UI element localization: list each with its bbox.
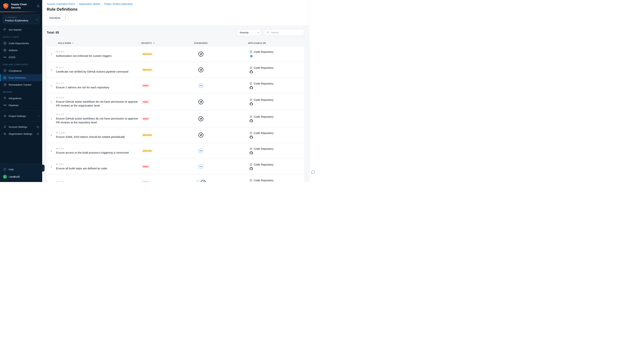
- source-icons: [249, 70, 304, 74]
- chevron-right-icon: ›: [102, 2, 103, 5]
- openssf-icon: [200, 180, 206, 182]
- table-row[interactable]: › Id: 2.1.2 Certificate not verified by …: [47, 62, 304, 78]
- table-row[interactable]: › Id: 2.3.5 Ensure access to the build p…: [47, 143, 304, 158]
- app-logo-icon: [3, 3, 9, 9]
- repository-icon: [249, 50, 252, 53]
- rule-id: Id: 2.3.9: [56, 50, 141, 53]
- repository-icon: [249, 163, 252, 166]
- sidebar-item-get-started[interactable]: Get Started: [0, 26, 42, 33]
- search-input[interactable]: [271, 31, 302, 34]
- openssf-icon: [198, 99, 204, 105]
- severity-filter-dropdown[interactable]: Severity ▾: [237, 29, 261, 36]
- table-row[interactable]: › Id: 1.1.9 HIGH CIS Code Repository: [47, 175, 304, 182]
- expand-chevron-icon[interactable]: ›: [51, 180, 52, 182]
- table-row[interactable]: › Id: 1.2.8 Ensure GitHub action workflo…: [47, 94, 304, 110]
- project-icon: [5, 16, 7, 18]
- plug-icon: [3, 96, 7, 100]
- github-icon: [250, 70, 253, 74]
- pipelines-icon: [3, 104, 7, 107]
- sidebar-item-integrations[interactable]: Integrations: [0, 95, 42, 102]
- sidebar-item-code-repositories[interactable]: Code Repositories: [0, 40, 42, 47]
- nav-label: Get Started: [9, 28, 21, 31]
- expand-chevron-icon[interactable]: ›: [51, 117, 52, 121]
- applicable-on-label: Code Repository: [254, 132, 273, 134]
- openssf-icon: [198, 51, 204, 57]
- rule-name: Certificate not verified by GitHub Actio…: [56, 70, 140, 74]
- sidebar-item-help[interactable]: Help: [0, 166, 42, 173]
- nav-label: Help: [9, 168, 14, 171]
- sidebar-item-project-settings[interactable]: Project Settings ›: [0, 112, 42, 120]
- table-row[interactable]: › Id: 2.3.9 Authorization not enforced f…: [47, 46, 304, 62]
- sort-desc-icon: ▼: [72, 42, 74, 44]
- svg-text:CIS: CIS: [200, 85, 202, 86]
- user-name: Lavakush: [9, 175, 20, 178]
- cis-icon: CIS: [198, 83, 204, 88]
- table-row[interactable]: › Id: 1.3.7 Ensure 2 admins are set for …: [47, 78, 304, 93]
- applicable-on-cell: Code Repository: [227, 147, 304, 154]
- account-icon: [3, 125, 7, 128]
- shield-refresh-icon: [3, 83, 7, 86]
- sidebar-nav: Get Started SUPPLY CHAIN Code Repositori…: [0, 25, 42, 137]
- main: Account: Automation-SSCA › Organization:…: [42, 0, 317, 182]
- nav-label: CI/CD: [9, 56, 16, 59]
- applicable-on-cell: Code Repository: [227, 98, 304, 106]
- table-row[interactable]: › Id: 1.3.10 Ensure SAML SSO tokens shou…: [47, 128, 304, 143]
- sidebar-item-organization-settings[interactable]: Organization Settings: [0, 130, 42, 137]
- repository-icon: [249, 179, 252, 182]
- chat-widget-icon[interactable]: [311, 170, 315, 176]
- sidebar-item-artifacts[interactable]: Artifacts: [0, 47, 42, 54]
- rule-id: Id: 1.3.7: [56, 82, 141, 84]
- column-header-rule-name[interactable]: RULE NAME ▼: [56, 42, 141, 44]
- chevron-right-icon: ›: [77, 2, 77, 5]
- sidebar-collapse-handle[interactable]: ‹: [42, 164, 45, 172]
- sidebar-footer: Help L Lavakush: [0, 164, 42, 182]
- source-icons: [249, 102, 304, 106]
- openssf-icon: [198, 132, 204, 138]
- scrollbar-rail[interactable]: [309, 0, 317, 182]
- avatar: L: [3, 175, 7, 179]
- expand-chevron-icon[interactable]: ›: [51, 133, 52, 137]
- sidebar-item-compliance[interactable]: Compliance: [0, 67, 42, 74]
- expand-chevron-icon[interactable]: ›: [51, 52, 52, 56]
- page-title: Rule Definitions: [47, 7, 317, 12]
- apps-grid-icon[interactable]: [37, 4, 40, 8]
- github-icon: [250, 119, 253, 122]
- search-icon: [266, 31, 269, 34]
- severity-badge: HIGH: [141, 180, 150, 182]
- clipboard-list-icon: [3, 76, 7, 79]
- nav-label: Rule Definitions: [9, 76, 26, 79]
- applicable-on-label: Code Repository: [254, 50, 273, 53]
- project-selector[interactable]: PROJECT Product Exploratory ›: [3, 15, 40, 24]
- sidebar-item-remediation-tracker[interactable]: Remediation Tracker: [0, 81, 42, 88]
- expand-chevron-icon[interactable]: ›: [51, 149, 52, 153]
- column-header-severity[interactable]: SEVERITY ▲▼: [141, 42, 174, 44]
- sidebar-item-account-settings[interactable]: Account Settings: [0, 123, 42, 130]
- sidebar-item-pipelines[interactable]: Pipelines: [0, 102, 42, 109]
- sidebar-item-rule-definitions[interactable]: Rule Definitions: [0, 74, 42, 81]
- expand-chevron-icon[interactable]: ›: [51, 68, 52, 72]
- svg-text:CIS: CIS: [200, 150, 202, 152]
- standards-filter-dropdown[interactable]: Standards ▾: [47, 15, 68, 21]
- expand-chevron-icon[interactable]: ›: [51, 164, 52, 168]
- breadcrumb-organization-link[interactable]: Organization: default: [79, 3, 100, 5]
- breadcrumb-project-link[interactable]: Project: Product Exploratory: [104, 3, 133, 5]
- expand-chevron-icon[interactable]: ›: [51, 84, 52, 88]
- rule-name: Ensure GitHub action workflows do not ha…: [56, 116, 140, 124]
- sidebar-item-cicd[interactable]: CI/CD: [0, 54, 42, 61]
- info-icon: [37, 132, 39, 135]
- chevron-right-icon: ›: [38, 114, 39, 118]
- table-row[interactable]: › Id: 2.3.1 Ensure all build steps are d…: [47, 159, 304, 174]
- nav-label: Account Settings: [9, 126, 27, 128]
- github-icon: [250, 152, 253, 154]
- source-icons: </>: [249, 54, 304, 58]
- cis-icon: CIS: [198, 164, 204, 169]
- applicable-on-label: Code Repository: [254, 179, 273, 182]
- breadcrumb-account-link[interactable]: Account: Automation-SSCA: [47, 3, 75, 5]
- table-row[interactable]: › Id: 1.2.9 Ensure GitHub action workflo…: [47, 110, 304, 127]
- user-menu[interactable]: L Lavakush: [0, 173, 42, 179]
- github-icon: [250, 86, 253, 89]
- applicable-on-cell: Code Repository: [227, 115, 304, 122]
- app-title: Supply Chain Security: [11, 3, 35, 9]
- column-header-applicable-on: APPLICABLE ON: [227, 42, 304, 44]
- expand-chevron-icon[interactable]: ›: [51, 100, 52, 104]
